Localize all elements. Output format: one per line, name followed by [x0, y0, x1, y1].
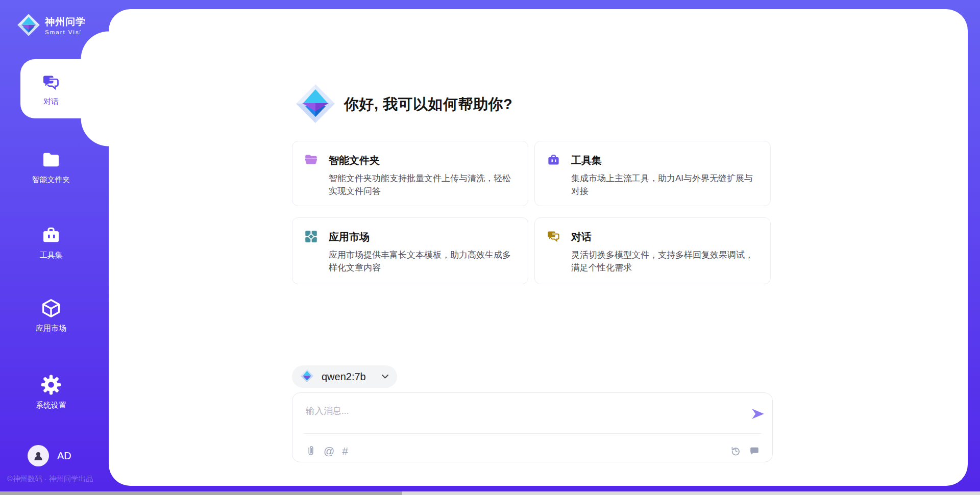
chat-icon — [547, 230, 560, 243]
chat-icon — [42, 73, 60, 93]
active-tab-curve-top — [80, 31, 109, 59]
chevron-down-icon — [381, 374, 389, 379]
brand-diamond-icon — [300, 369, 314, 385]
sidebar: 神州问学 Smart Vision 对话 智能文件夹 — [0, 0, 109, 495]
card-toolset[interactable]: 工具集 集成市场上主流工具，助力AI与外界无缝扩展与对接 — [534, 141, 771, 206]
sidebar-item-label: 系统设置 — [36, 401, 66, 410]
greeting-text: 你好, 我可以如何帮助你? — [344, 94, 512, 115]
at-icon[interactable]: @ — [324, 445, 334, 457]
brand-logo: 神州问学 Smart Vision — [17, 13, 90, 39]
sidebar-item-label: 应用市场 — [36, 324, 66, 333]
feature-cards: 智能文件夹 智能文件夹功能支持批量文件上传与清洗，轻松实现文件问答 工具集 集成… — [292, 141, 771, 284]
message-input[interactable] — [306, 401, 724, 420]
folder-icon — [41, 150, 61, 171]
card-description: 智能文件夹功能支持批量文件上传与清洗，轻松实现文件问答 — [329, 172, 516, 197]
composer-divider — [304, 433, 761, 434]
user-name: AD — [57, 450, 71, 462]
sidebar-item-chat[interactable]: 对话 — [0, 73, 102, 107]
sidebar-item-settings[interactable]: 系统设置 — [0, 374, 102, 410]
card-title: 应用市场 — [329, 230, 528, 244]
horizontal-scrollbar[interactable] — [0, 491, 980, 495]
sidebar-item-label: 工具集 — [40, 251, 63, 260]
history-icon[interactable] — [730, 445, 742, 457]
folder-open-icon — [304, 153, 318, 167]
card-app-market[interactable]: 应用市场 应用市场提供丰富长文本模板，助力高效生成多样化文章内容 — [292, 217, 528, 284]
user-account[interactable]: AD — [28, 445, 71, 466]
hash-icon[interactable]: # — [342, 445, 348, 457]
card-title: 工具集 — [571, 154, 770, 167]
comment-icon[interactable] — [749, 445, 760, 457]
toolbox-icon — [41, 225, 61, 247]
brand-name: 神州问学 — [45, 17, 90, 28]
brand-diamond-icon — [295, 83, 336, 126]
card-title: 对话 — [571, 230, 770, 244]
model-selector[interactable]: qwen2:7b — [292, 365, 397, 388]
card-description: 应用市场提供丰富长文本模板，助力高效生成多样化文章内容 — [329, 249, 516, 274]
gear-icon — [40, 374, 62, 397]
cube-icon — [41, 298, 61, 320]
brand-diamond-icon — [17, 13, 40, 39]
greeting: 你好, 我可以如何帮助你? — [295, 83, 512, 126]
card-description: 灵活切换多模型文件，支持多样回复效果调试，满足个性化需求 — [571, 249, 758, 274]
sidebar-item-label: 智能文件夹 — [32, 175, 70, 185]
sidebar-item-smart-folder[interactable]: 智能文件夹 — [0, 150, 102, 185]
grid-icon — [304, 230, 318, 243]
card-smart-folder[interactable]: 智能文件夹 智能文件夹功能支持批量文件上传与清洗，轻松实现文件问答 — [292, 141, 528, 206]
sidebar-item-toolset[interactable]: 工具集 — [0, 225, 102, 260]
model-name: qwen2:7b — [322, 371, 366, 383]
scrollbar-thumb[interactable] — [0, 491, 402, 495]
send-icon[interactable] — [750, 406, 766, 422]
card-description: 集成市场上主流工具，助力AI与外界无缝扩展与对接 — [571, 172, 758, 197]
card-chat[interactable]: 对话 灵活切换多模型文件，支持多样回复效果调试，满足个性化需求 — [534, 217, 771, 284]
toolbox-icon — [547, 153, 560, 167]
card-title: 智能文件夹 — [329, 154, 528, 167]
message-composer: @ # — [292, 392, 773, 462]
paperclip-icon[interactable] — [306, 445, 316, 457]
copyright-footer: ©神州数码 · 神州问学出品 — [7, 474, 93, 484]
sidebar-item-label: 对话 — [43, 97, 59, 107]
sidebar-item-app-market[interactable]: 应用市场 — [0, 298, 102, 333]
avatar — [28, 445, 49, 466]
active-tab-curve-bottom — [80, 118, 109, 147]
